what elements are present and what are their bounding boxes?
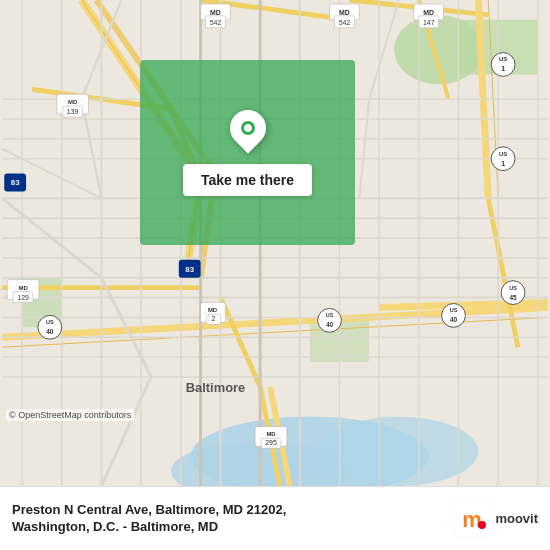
take-me-there-button[interactable]: Take me there	[183, 164, 312, 196]
svg-text:Baltimore: Baltimore	[186, 380, 245, 395]
svg-text:542: 542	[210, 19, 222, 26]
svg-text:US: US	[509, 285, 517, 291]
svg-text:83: 83	[185, 265, 194, 274]
address-line2: Washington, D.C. - Baltimore, MD	[12, 519, 443, 536]
svg-text:2: 2	[212, 315, 216, 322]
destination-highlight: Take me there	[140, 60, 355, 245]
svg-text:MD: MD	[266, 431, 276, 437]
svg-text:MD: MD	[208, 307, 218, 313]
svg-point-101	[478, 521, 486, 529]
svg-text:295: 295	[265, 439, 277, 446]
address-line1: Preston N Central Ave, Baltimore, MD 212…	[12, 502, 443, 519]
moovit-brand-text: moovit	[495, 511, 538, 526]
app-container: MD 542 MD 542 MD 147 US 1 US 1 83 MD	[0, 0, 550, 550]
svg-text:MD: MD	[210, 9, 221, 16]
osm-attribution-text: © OpenStreetMap contributors	[9, 410, 131, 420]
svg-text:US: US	[499, 151, 507, 157]
moovit-logo-icon: m moovit	[453, 500, 538, 538]
bottom-bar: Preston N Central Ave, Baltimore, MD 212…	[0, 486, 550, 550]
svg-text:542: 542	[339, 19, 351, 26]
svg-text:1: 1	[501, 160, 505, 167]
svg-text:MD: MD	[339, 9, 350, 16]
address-section: Preston N Central Ave, Baltimore, MD 212…	[12, 502, 443, 536]
svg-text:m: m	[463, 507, 483, 532]
location-pin-icon	[230, 110, 266, 154]
svg-text:US: US	[326, 312, 334, 318]
svg-text:MD: MD	[18, 285, 28, 291]
svg-text:US: US	[46, 319, 54, 325]
svg-text:MD: MD	[423, 9, 434, 16]
svg-text:MD: MD	[68, 99, 78, 105]
svg-text:40: 40	[450, 316, 458, 323]
svg-line-15	[379, 303, 548, 308]
svg-text:129: 129	[17, 294, 29, 301]
svg-text:139: 139	[67, 108, 79, 115]
svg-text:45: 45	[509, 294, 517, 301]
svg-text:40: 40	[46, 328, 54, 335]
svg-text:147: 147	[423, 19, 435, 26]
svg-text:US: US	[450, 307, 458, 313]
svg-text:US: US	[499, 56, 507, 62]
svg-text:83: 83	[11, 178, 20, 187]
svg-point-3	[320, 417, 479, 486]
map-area[interactable]: MD 542 MD 542 MD 147 US 1 US 1 83 MD	[0, 0, 550, 486]
svg-text:40: 40	[326, 321, 334, 328]
map-attribution: © OpenStreetMap contributors	[6, 409, 134, 421]
svg-text:1: 1	[501, 65, 505, 72]
